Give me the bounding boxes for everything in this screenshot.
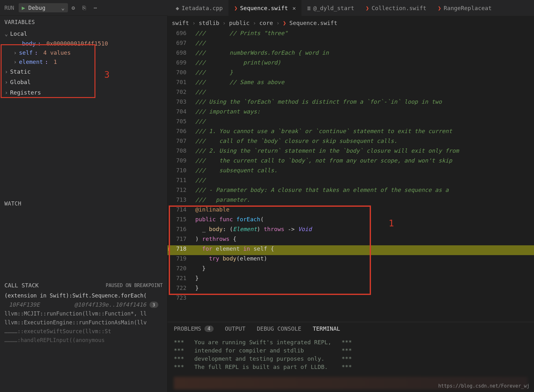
- code-line[interactable]: 722}: [167, 285, 534, 294]
- scope-global[interactable]: › Global: [0, 77, 167, 87]
- code-line[interactable]: 717) rethrows {: [167, 236, 534, 245]
- code-line[interactable]: 710/// subsequent calls.: [167, 167, 534, 177]
- code-line[interactable]: 713/// parameter.: [167, 196, 534, 206]
- crumb[interactable]: swift: [172, 20, 189, 26]
- debug-console-icon[interactable]: ⎘: [79, 4, 90, 11]
- panel-tabs: PROBLEMS 4 OUTPUT DEBUG CONSOLE TERMINAL: [167, 322, 534, 335]
- code-line[interactable]: 704/// important ways:: [167, 108, 534, 118]
- tab-rangereplaceable[interactable]: ❯ RangeReplaceat: [432, 0, 497, 16]
- cpp-icon: ◆: [176, 5, 179, 11]
- stack-frame-detail[interactable]: 10F4F139E @10f4f139e..10f4f1416 3: [0, 300, 167, 309]
- chevron-right-icon: ›: [4, 89, 8, 96]
- code-line[interactable]: 703/// Using the `forEach` method is dis…: [167, 98, 534, 108]
- terminal-output[interactable]: *** You are running Swift's integrated R…: [167, 335, 534, 374]
- code-line[interactable]: 714@inlinable: [167, 206, 534, 216]
- code-line[interactable]: 715public func forEach(: [167, 216, 534, 226]
- swift-icon: ❯: [366, 5, 369, 11]
- chevron-right-icon: ›: [13, 49, 17, 56]
- code-line[interactable]: 709/// the current call to `body`, not f…: [167, 157, 534, 167]
- stack-frame[interactable]: llvm::ExecutionEngine::runFunctionAsMain…: [0, 318, 167, 327]
- tab-terminal[interactable]: TERMINAL: [313, 325, 340, 332]
- line-number: 717: [167, 236, 195, 245]
- crumb[interactable]: Sequence.swift: [289, 20, 337, 26]
- code-line[interactable]: 707/// call of the `body` closure or ski…: [167, 138, 534, 147]
- code-line[interactable]: 699/// print(word): [167, 59, 534, 69]
- breakpoint-icon[interactable]: ◗: [167, 245, 171, 252]
- debug-sidebar: VARIABLES ⌄ Local body: 0x000000010f4f15…: [0, 16, 167, 392]
- scope-registers[interactable]: › Registers: [0, 87, 167, 98]
- stack-frame[interactable]: …………::executeSwiftSource(llvm::St: [0, 327, 167, 336]
- code-line[interactable]: 696/// // Prints "three": [167, 30, 534, 40]
- code-line[interactable]: 708/// 2. Using the `return` statement i…: [167, 147, 534, 157]
- code-line[interactable]: 720 }: [167, 265, 534, 275]
- code-line[interactable]: ◗718 for element in self {: [167, 245, 534, 255]
- code-line[interactable]: 721}: [167, 275, 534, 285]
- line-number: 698: [167, 49, 195, 59]
- scope-label: Local: [10, 30, 27, 37]
- code-line[interactable]: 697///: [167, 40, 534, 49]
- line-number: 711: [167, 177, 195, 187]
- line-number: 706: [167, 128, 195, 138]
- crumb[interactable]: core: [259, 20, 273, 26]
- tab-sequence-swift[interactable]: ❯ Sequence.swift ✕: [228, 0, 301, 16]
- var-self[interactable]: › self: 4 values: [0, 48, 167, 57]
- close-icon[interactable]: ✕: [292, 5, 296, 11]
- gear-icon[interactable]: ⚙: [68, 4, 79, 11]
- frame-addr: 10F4F139E: [9, 301, 40, 308]
- swift-icon: ❯: [438, 5, 441, 11]
- tab-debug-console[interactable]: DEBUG CONSOLE: [257, 325, 301, 332]
- stack-frame[interactable]: (extension in Swift):Swift.Sequence.forE…: [0, 291, 167, 300]
- line-number: 705: [167, 118, 195, 128]
- line-number: 704: [167, 108, 195, 118]
- tab-collection-swift[interactable]: ❯ Collection.swift: [360, 0, 432, 16]
- var-body[interactable]: body: 0x000000010f4f1510: [0, 39, 167, 48]
- scope-local[interactable]: ⌄ Local: [0, 28, 167, 39]
- code-line[interactable]: 698/// numberWords.forEach { word in: [167, 49, 534, 59]
- tab-problems[interactable]: PROBLEMS 4: [174, 325, 214, 332]
- annotation-label-3: 3: [104, 70, 110, 80]
- crumb[interactable]: stdlib: [199, 20, 219, 26]
- callstack-status: PAUSED ON BREAKPOINT: [106, 283, 163, 288]
- line-number: 702: [167, 89, 195, 98]
- line-number: 714: [167, 206, 195, 216]
- asm-icon: ≣: [307, 5, 311, 11]
- var-element[interactable]: › element: 1: [0, 57, 167, 66]
- code-line[interactable]: 705///: [167, 118, 534, 128]
- tab-dyld-start[interactable]: ≣ @_dyld_start: [301, 0, 360, 16]
- code-line[interactable]: 719 try body(element): [167, 255, 534, 265]
- code-line[interactable]: 711///: [167, 177, 534, 187]
- frame-badge: 3: [149, 302, 158, 308]
- variables-title: VARIABLES: [0, 16, 167, 28]
- code-line[interactable]: 706/// 1. You cannot use a `break` or `c…: [167, 128, 534, 138]
- line-number: 722: [167, 285, 195, 294]
- line-number: 703: [167, 98, 195, 108]
- breadcrumb[interactable]: swift› stdlib› public› core› ❯ Sequence.…: [167, 16, 534, 30]
- line-number: 701: [167, 79, 195, 89]
- chevron-down-icon: ⌄: [4, 30, 8, 37]
- line-number: 715: [167, 216, 195, 226]
- tab-metadata-cpp[interactable]: ◆ Ietadata.cpp: [170, 0, 228, 16]
- code-line[interactable]: 716 _ body: (Element) throws -> Void: [167, 226, 534, 236]
- editor-tabs: ◆ Ietadata.cpp ❯ Sequence.swift ✕ ≣ @_dy…: [167, 0, 534, 16]
- debug-config-dropdown[interactable]: ▶ Debug ⌄: [19, 3, 68, 12]
- line-number: 696: [167, 30, 195, 40]
- scope-label: Registers: [10, 89, 41, 96]
- code-line[interactable]: 723: [167, 294, 534, 304]
- annotation-label-1: 1: [389, 218, 394, 229]
- code-editor[interactable]: 696/// // Prints "three"697///698/// num…: [167, 30, 534, 322]
- scope-label: Static: [10, 68, 31, 75]
- crumb[interactable]: public: [229, 20, 250, 26]
- code-line[interactable]: 702///: [167, 89, 534, 98]
- more-icon[interactable]: ⋯: [90, 4, 101, 11]
- tab-output[interactable]: OUTPUT: [225, 325, 246, 332]
- code-line[interactable]: 701/// // Same as above: [167, 79, 534, 89]
- frame-range: @10f4f139e..10f4f1416: [74, 301, 146, 308]
- code-line[interactable]: 712/// - Parameter body: A closure that …: [167, 187, 534, 196]
- stack-frame[interactable]: …………:handleREPLInput((anonymous: [0, 336, 167, 345]
- stack-frame[interactable]: llvm::MCJIT::runFunction(llvm::Function*…: [0, 309, 167, 318]
- scope-static[interactable]: › Static: [0, 66, 167, 77]
- tab-label: Collection.swift: [372, 5, 426, 11]
- code-line[interactable]: 700/// }: [167, 69, 534, 79]
- problems-count: 4: [204, 326, 214, 332]
- swift-icon: ❯: [234, 5, 238, 11]
